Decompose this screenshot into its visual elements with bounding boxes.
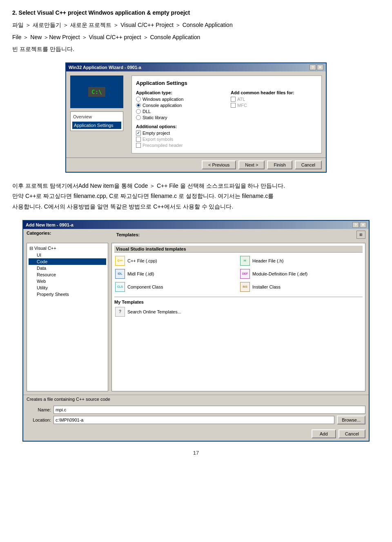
help-icon[interactable]: ?: [310, 64, 316, 70]
template-icon-cpp: C++: [115, 256, 125, 266]
tree-visual-cpp[interactable]: ⊟ Visual C++: [29, 245, 106, 252]
addnew-title: Add New Item - 0901-a: [26, 222, 74, 227]
win32-wizard-dialog: Win32 Application Wizard - 0901-a ? ✕ C:…: [65, 62, 327, 173]
templates-header-row: Templates: ⊞: [116, 231, 365, 239]
chk-atl[interactable]: ATL: [231, 97, 317, 102]
win32-columns: Application type: Windows application: [136, 90, 317, 149]
heading-subtitle-kr: 파일 ＞ 새로만들기 ＞ 새로운 프로젝트 ＞ Visual C/C++ Pro…: [12, 20, 380, 30]
heading-subtitle-en: File ＞ New ＞New Project ＞ Visual C/C++ p…: [12, 33, 380, 42]
radio-label-windows: Windows application: [143, 97, 183, 102]
addnew-dialog: Add New Item - 0901-a ? ✕ Categories: Te…: [22, 220, 370, 442]
tree-resource[interactable]: Resource: [29, 271, 106, 278]
chk-empty-label: Empty project: [143, 131, 170, 136]
chk-mfc[interactable]: MFC: [231, 103, 317, 108]
template-icon-h: H: [240, 256, 250, 266]
app-type-label: Application type:: [136, 90, 223, 95]
radio-static[interactable]: Static library: [136, 115, 223, 120]
templates-grid: C++ C++ File (.cpp) H Header File (.h) I…: [114, 255, 363, 293]
chk-empty[interactable]: ✓ Empty project: [136, 131, 223, 136]
addnew-action-buttons: Add Cancel: [23, 427, 369, 441]
template-icon-def: DEF: [240, 269, 250, 279]
tree-ui[interactable]: UI: [29, 252, 106, 258]
addnew-titlebar-buttons: ? ✕: [352, 222, 366, 228]
name-label: Name:: [27, 407, 51, 412]
win32-section-title: Application Settings: [136, 80, 317, 86]
radio-label-static: Static library: [143, 115, 167, 120]
finish-button[interactable]: Finish: [267, 160, 292, 169]
win32-footer: < Previous Next > Finish Cancel: [66, 158, 326, 172]
previous-button[interactable]: < Previous: [202, 160, 236, 169]
template-label-def: Module-Definition File (.def): [252, 271, 307, 276]
radio-label-dll: DLL: [143, 109, 151, 114]
templates-divider: [114, 297, 363, 297]
chk-export-label: Export symbols: [143, 137, 173, 142]
radio-console[interactable]: Console application: [136, 103, 223, 108]
template-search-online[interactable]: ? Search Online Templates...: [114, 306, 363, 318]
name-field-row: Name:: [27, 406, 365, 414]
close-icon[interactable]: ✕: [317, 64, 323, 70]
addnew-titlebar: Add New Item - 0901-a ? ✕: [23, 221, 369, 229]
categories-panel: ⊟ Visual C++ UI Code Data Resource Web U…: [27, 243, 108, 391]
middle-line3: 사용합니다. C에서의 사용방법을 알면 똑같은 방법으로 C++에서도 사용할…: [12, 202, 380, 212]
templates-header: Templates:: [116, 232, 140, 237]
template-cpp[interactable]: C++ C++ File (.cpp): [114, 255, 238, 267]
sidebar-app-settings[interactable]: Application Settings: [72, 122, 121, 129]
page-number: 17: [12, 450, 380, 456]
chk-export[interactable]: Export symbols: [136, 137, 223, 142]
radio-circle-console: [136, 103, 141, 108]
banner-text: C:\: [88, 87, 105, 97]
my-templates-title: My Templates: [114, 300, 363, 304]
name-input[interactable]: [53, 406, 365, 414]
cancel-button[interactable]: Cancel: [295, 160, 322, 169]
chk-precompiled-label: Precompiled header: [143, 143, 183, 148]
template-ins[interactable]: INS Installer Class: [239, 281, 363, 293]
additional-options-section: Additional options: ✓ Empty project Expo…: [136, 124, 223, 148]
radio-windows[interactable]: Windows application: [136, 97, 223, 102]
win32-sidebar: Overview Application Settings: [70, 111, 123, 131]
template-h[interactable]: H Header File (.h): [239, 255, 363, 267]
template-cls[interactable]: CLS Component Class: [114, 281, 238, 293]
checkbox-atl: [231, 97, 236, 102]
middle-line1: 이후 프로젝트 탐색기에서Add New item을 통해 Code ＞ C++…: [12, 181, 380, 191]
win32-left: C:\ Overview Application Settings: [70, 76, 127, 153]
addnew-close-icon[interactable]: ✕: [360, 222, 366, 228]
addnew-fields: Name: Location: Browse...: [23, 403, 369, 427]
titlebar-buttons: ? ✕: [310, 64, 323, 70]
template-def[interactable]: DEF Module-Definition File (.def): [239, 268, 363, 280]
chk-precompiled[interactable]: Precompiled header: [136, 143, 223, 148]
template-icon-idl: IDL: [115, 269, 125, 279]
template-label-idl: Midl File (.idl): [127, 271, 154, 276]
add-button[interactable]: Add: [312, 429, 336, 438]
template-idl[interactable]: IDL Midl File (.idl): [114, 268, 238, 280]
template-label-ins: Installer Class: [252, 284, 281, 289]
location-field-row: Location: Browse...: [27, 415, 365, 424]
grid-view-btn[interactable]: ⊞: [356, 231, 365, 239]
checkbox-precompiled: [136, 143, 141, 148]
template-label-cls: Component Class: [127, 284, 163, 289]
headers-label: Add common header files for:: [231, 90, 317, 95]
template-icon-search: ?: [115, 307, 125, 317]
template-label-cpp: C++ File (.cpp): [127, 258, 157, 263]
checkbox-export: [136, 137, 141, 142]
addnew-col-headers: Categories: Templates: ⊞: [23, 229, 369, 240]
grid-icon[interactable]: ⊞: [356, 231, 365, 239]
templates-panel: Visual Studio installed templates C++ C+…: [111, 243, 365, 391]
checkbox-mfc: [231, 103, 236, 108]
addnew-cancel-button[interactable]: Cancel: [339, 429, 365, 438]
tree-property-sheets[interactable]: Property Sheets: [29, 291, 106, 298]
win32-body: C:\ Overview Application Settings Applic…: [66, 71, 326, 158]
heading-subtitle2: 빈 프로젝트를 만듭니다.: [12, 44, 380, 54]
radio-circle-static: [136, 115, 141, 120]
tree-utility[interactable]: Utility: [29, 284, 106, 291]
addnew-help-icon[interactable]: ?: [352, 222, 359, 228]
additional-label: Additional options:: [136, 124, 223, 129]
browse-button[interactable]: Browse...: [337, 415, 365, 424]
middle-line2: 만약 C++로 짜고싶다면 filename.cpp, C로 짜고싶다면 fil…: [12, 191, 380, 201]
next-button[interactable]: Next >: [238, 160, 265, 169]
tree-data[interactable]: Data: [29, 265, 106, 271]
radio-dll[interactable]: DLL: [136, 109, 223, 114]
location-input[interactable]: [53, 416, 334, 424]
tree-web[interactable]: Web: [29, 278, 106, 284]
tree-code[interactable]: Code: [29, 258, 106, 265]
chk-atl-label: ATL: [237, 97, 245, 102]
